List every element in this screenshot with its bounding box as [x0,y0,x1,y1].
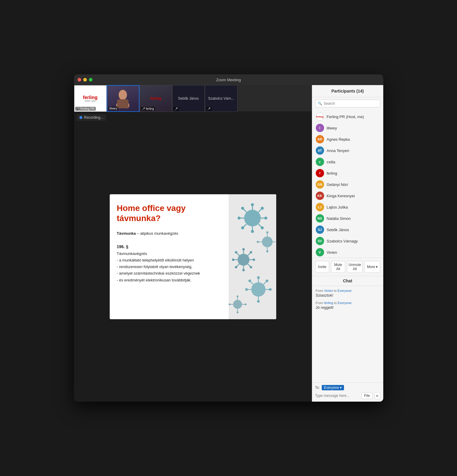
thumbnail-label-szabolcs: 🎤 [206,107,212,111]
file-button[interactable]: File [362,392,373,399]
thumbnail-ferling2[interactable]: ferling 🎤 ferling [139,85,172,112]
svg-point-38 [251,282,266,297]
svg-point-46 [269,288,271,291]
ferling-logo-small: ferling [150,97,161,100]
zoom-window: Zoom Meeting ferling ANNO 1991 🎤 Ferling… [74,74,383,402]
chat-message: From ferling to Everyone: Jó reggelt! [316,301,380,310]
chat-recipient: Everyone [338,301,351,305]
svg-point-55 [237,311,238,313]
thumbnail-szabolcs[interactable]: Szabolcs Várn... 🎤 [205,85,238,112]
more-button[interactable]: More ▾ [364,261,380,273]
fullscreen-button[interactable] [89,78,92,82]
svg-point-29 [253,259,255,261]
svg-point-57 [229,303,230,305]
participant-item: c csilla [312,156,383,167]
chat-input[interactable] [315,394,360,398]
svg-point-8 [251,230,254,233]
slide-bullet-2: - rendszeresen folytatott olyan tevékeny… [117,264,222,270]
svg-point-40 [257,276,260,279]
unmute-all-button[interactable]: Unmute All [347,261,362,273]
svg-point-66 [257,241,259,243]
ferling-logo: ferling ANNO 1991 [83,95,98,102]
thumbnail-sebok[interactable]: Sebők János 🎤 [172,85,205,112]
chat-sender: ferling [324,301,333,305]
avatar-anna: AT [316,146,324,155]
szabolcs-name-display: Szabolcs Várn... [208,96,234,101]
chat-panel: Chat From Vivien to Everyone: Sziasztok! [312,276,383,402]
participant-item: V Vivien [312,247,383,258]
participant-item: ferling Ferling PR (Host, me) [312,111,383,122]
invite-button[interactable]: Invite [315,261,329,273]
chat-text: Jó reggelt! [316,305,380,310]
svg-point-42 [257,300,260,303]
presentation-area: Recording... Home office vagy távmunka? … [74,112,312,402]
svg-point-37 [250,266,252,268]
search-input[interactable] [324,101,378,106]
participant-item: I liliwey [312,122,383,134]
slide-section: 196. § [117,243,222,250]
svg-point-10 [238,217,241,220]
search-box[interactable]: 🔍 [315,100,380,107]
slide-bullet-3: - amelyet számítástechnikai eszközzel vé… [117,270,222,277]
participant-name-sebok: Sebők János [327,228,349,232]
thumbnail-strip: ferling ANNO 1991 🎤 Ferling PR [74,85,312,112]
avatar-gelanyi: GN [316,180,324,189]
avatar-liliwey: I [316,124,324,132]
chevron-down-icon: ▾ [376,265,378,269]
thumbnail-label-ferling: 🎤 Ferling PR [75,107,96,111]
emoji-button[interactable]: ☺ [374,392,380,399]
participants-header: Participants (14) [312,85,383,97]
svg-point-18 [241,226,244,229]
slide-bullet-1: - a munkáltató telephelyétől elkülönült … [117,257,222,264]
svg-rect-2 [117,99,128,108]
svg-point-53 [237,295,238,297]
svg-point-48 [248,280,251,282]
video-area: ferling ANNO 1991 🎤 Ferling PR [74,85,312,402]
participant-item: KK Kinga Keresnyei [312,190,383,201]
person-silhouette [115,89,131,108]
thumbnail-liliwey[interactable]: liliwey [107,85,139,112]
participant-list: ferling Ferling PR (Host, me) I liliwey [312,110,383,258]
participant-name-lajtos: Lajtos Julika [327,205,348,209]
participant-name-gelanyi: Gelányi Nóri [327,182,348,187]
search-icon: 🔍 [318,101,322,106]
sidebar: Participants (14) 🔍 ferling Ferling PR (… [312,85,383,402]
participant-name-liliwey: liliwey [327,126,337,130]
avatar-natalia: NS [316,214,324,223]
chat-recipient: Everyone [337,289,351,292]
window-title: Zoom Meeting [216,78,241,82]
slide-bullet-4: - és eredményét elektronikusan továbbítj… [117,277,222,284]
everyone-button[interactable]: Everyone ▾ [322,385,344,390]
participant-item: GN Gelányi Nóri [312,179,383,190]
chat-messages: From Vivien to Everyone: Sziasztok! From… [312,286,383,382]
slide-section-title: Távmunkavégzés [117,250,222,257]
avatar-ferling: f [316,169,324,177]
thumbnail-label-ferling2: 🎤 ferling [141,107,155,111]
mute-icon-3: 🎤 [175,107,178,110]
slide-title: Home office vagy távmunka? [117,203,222,223]
chevron-down-icon-chat: ▾ [340,386,342,390]
participant-item: SJ Sebők János [312,224,383,235]
participant-name-ferling: ferling [327,171,337,176]
sebok-name-display: Sebők János [178,96,199,101]
svg-point-6 [251,203,254,206]
chat-from-line: From Vivien to Everyone: [316,289,380,292]
svg-point-27 [232,259,234,261]
participant-item: AT Anna Tenyeri [312,145,383,156]
minimize-button[interactable] [83,78,87,82]
avatar-ferling-pr: ferling [316,112,324,121]
svg-point-16 [261,207,264,210]
participant-item: SV Szabolcs Várnagy [312,235,383,247]
slide-content: Home office vagy távmunka? Távmunka – at… [110,194,229,319]
svg-point-4 [244,210,261,226]
svg-point-44 [245,288,248,291]
recording-dot [79,116,82,119]
ferling-mini-logo: ferling [316,115,323,118]
svg-point-50 [266,280,268,282]
participant-actions: Invite Mute All Unmute All More ▾ [312,258,383,276]
avatar-lajtos: LJ [316,203,324,211]
thumbnail-ferling-pr[interactable]: ferling ANNO 1991 🎤 Ferling PR [74,85,107,112]
close-button[interactable] [78,78,81,82]
mute-all-button[interactable]: Mute All [331,261,345,273]
participant-name-ferling-pr: Ferling PR (Host, me) [327,115,364,119]
